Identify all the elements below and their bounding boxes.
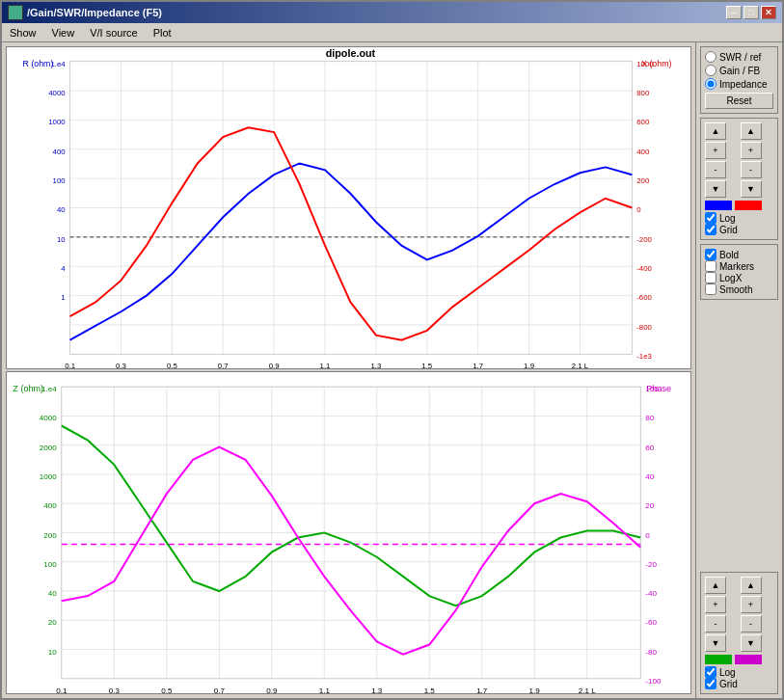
sidebar: SWR / ref Gain / FB Impedance Reset ▲ xyxy=(695,42,782,698)
svg-text:800: 800 xyxy=(636,89,650,97)
svg-text:4000: 4000 xyxy=(48,89,66,97)
svg-text:1.5: 1.5 xyxy=(424,687,436,693)
svg-text:40: 40 xyxy=(645,472,654,481)
bottom-up-arrow-left[interactable]: ▲ xyxy=(705,577,726,594)
menu-vi-source[interactable]: V/I source xyxy=(86,26,142,40)
top-log-checkbox[interactable] xyxy=(705,212,716,224)
svg-text:100: 100 xyxy=(53,176,67,185)
window-title: /Gain/SWR/Impedance (F5) xyxy=(27,7,162,18)
svg-text:200: 200 xyxy=(43,531,57,540)
svg-text:4000: 4000 xyxy=(40,414,57,422)
svg-text:400: 400 xyxy=(43,501,57,510)
logx-checkbox[interactable] xyxy=(705,272,716,283)
bottom-left-y-label: Z (ohm) xyxy=(13,384,43,393)
svg-text:1.3: 1.3 xyxy=(371,687,383,693)
svg-text:0.7: 0.7 xyxy=(214,687,226,693)
impedance-radio[interactable] xyxy=(705,78,716,90)
top-minus-left[interactable]: - xyxy=(705,161,726,178)
svg-text:1000: 1000 xyxy=(40,472,57,481)
svg-text:20: 20 xyxy=(48,618,57,627)
svg-text:10: 10 xyxy=(48,648,57,657)
top-up-arrow-left[interactable]: ▲ xyxy=(705,122,726,140)
app-icon xyxy=(8,5,23,20)
svg-text:0.7: 0.7 xyxy=(218,362,229,368)
smooth-row: Smooth xyxy=(705,283,773,295)
reset-button[interactable]: Reset xyxy=(705,93,773,109)
top-grid-row: Grid xyxy=(705,224,773,235)
bottom-minus-right[interactable]: - xyxy=(741,615,762,633)
top-chart-panel: dipole.out 1.e4 4000 1000 400 100 40 10 … xyxy=(6,46,691,369)
svg-text:-40: -40 xyxy=(645,589,657,598)
main-content: dipole.out 1.e4 4000 1000 400 100 40 10 … xyxy=(2,42,782,698)
top-right-y-label: X (ohm) xyxy=(641,59,671,68)
maximize-button[interactable]: □ xyxy=(743,6,759,19)
bottom-color-swatches xyxy=(705,655,773,664)
top-up-arrow-right[interactable]: ▲ xyxy=(741,122,762,140)
logx-row: LogX xyxy=(705,272,773,283)
bottom-plus-right[interactable]: + xyxy=(741,596,762,613)
impedance-radio-item[interactable]: Impedance xyxy=(705,78,773,90)
top-down-arrow-left[interactable]: ▼ xyxy=(705,180,726,198)
bottom-grid-label: Grid xyxy=(719,679,738,689)
bottom-arrow-section: ▲ ▲ + + - - ▼ ▼ Log xyxy=(700,572,778,694)
svg-text:-600: -600 xyxy=(636,293,652,302)
svg-text:60: 60 xyxy=(645,444,654,452)
main-window: /Gain/SWR/Impedance (F5) ─ □ ✕ Show View… xyxy=(0,0,784,700)
close-button[interactable]: ✕ xyxy=(761,6,776,19)
gain-radio-item[interactable]: Gain / FB xyxy=(705,65,773,76)
minimize-button[interactable]: ─ xyxy=(726,6,742,19)
menu-show[interactable]: Show xyxy=(6,26,41,40)
mode-radio-group: SWR / ref Gain / FB Impedance xyxy=(705,51,773,90)
bottom-up-arrow-right[interactable]: ▲ xyxy=(741,577,762,594)
top-minus-right[interactable]: - xyxy=(741,161,762,178)
bottom-grid-row: Grid xyxy=(705,678,773,689)
top-plus-left[interactable]: + xyxy=(705,142,726,159)
swr-radio-item[interactable]: SWR / ref xyxy=(705,51,773,63)
bottom-down-arrow-left[interactable]: ▼ xyxy=(705,634,726,652)
top-down-arrow-right[interactable]: ▼ xyxy=(741,180,762,198)
svg-text:0: 0 xyxy=(636,205,641,214)
bottom-right-y-label: Phase xyxy=(646,384,671,393)
top-plus-right[interactable]: + xyxy=(741,142,762,159)
svg-text:-60: -60 xyxy=(645,618,657,627)
smooth-checkbox[interactable] xyxy=(705,283,716,295)
bold-checkbox[interactable] xyxy=(705,249,716,260)
purple-swatch xyxy=(735,655,762,664)
bottom-chart-panel: 1.e4 4000 2000 1000 400 200 100 40 20 10… xyxy=(6,371,691,694)
svg-text:2.1 L: 2.1 L xyxy=(572,362,589,368)
svg-text:-1e3: -1e3 xyxy=(636,352,652,361)
smooth-label: Smooth xyxy=(719,284,752,295)
svg-text:1.1: 1.1 xyxy=(319,687,331,693)
menu-view[interactable]: View xyxy=(48,26,79,40)
menu-bar: Show View V/I source Plot xyxy=(2,23,782,42)
bottom-log-row: Log xyxy=(705,666,773,678)
bottom-minus-left[interactable]: - xyxy=(705,615,726,633)
bottom-down-arrow-right[interactable]: ▼ xyxy=(741,634,762,652)
top-arrow-section: ▲ ▲ + + - - ▼ ▼ Log xyxy=(700,118,778,240)
svg-text:0.9: 0.9 xyxy=(266,687,278,693)
markers-row: Markers xyxy=(705,260,773,272)
bottom-chart-svg: 1.e4 4000 2000 1000 400 200 100 40 20 10… xyxy=(7,372,690,693)
title-bar: /Gain/SWR/Impedance (F5) ─ □ ✕ xyxy=(2,2,782,23)
bottom-plus-left[interactable]: + xyxy=(705,596,726,613)
logx-label: LogX xyxy=(719,273,742,283)
svg-text:40: 40 xyxy=(57,205,66,214)
options-section: Bold Markers LogX Smooth xyxy=(700,244,778,300)
top-color-swatches xyxy=(705,201,773,210)
bottom-log-label: Log xyxy=(719,667,736,678)
svg-text:1.9: 1.9 xyxy=(529,687,541,693)
menu-plot[interactable]: Plot xyxy=(149,26,176,40)
markers-checkbox[interactable] xyxy=(705,260,716,272)
swr-label: SWR / ref xyxy=(719,52,761,63)
bottom-grid-checkbox[interactable] xyxy=(705,678,716,689)
svg-text:0.3: 0.3 xyxy=(109,687,121,693)
red-swatch xyxy=(735,201,762,210)
green-swatch xyxy=(705,655,732,664)
swr-radio[interactable] xyxy=(705,51,716,63)
svg-text:1.9: 1.9 xyxy=(524,362,534,368)
bottom-log-checkbox[interactable] xyxy=(705,666,716,678)
top-grid-checkbox[interactable] xyxy=(705,224,716,235)
gain-radio[interactable] xyxy=(705,65,716,76)
svg-text:-20: -20 xyxy=(645,560,657,569)
svg-text:40: 40 xyxy=(48,589,57,598)
